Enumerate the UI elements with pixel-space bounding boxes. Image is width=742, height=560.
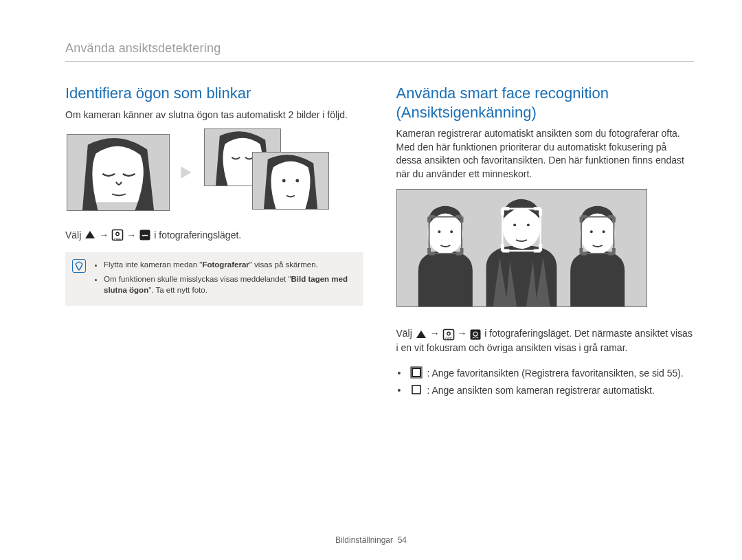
note2-pre: Om funktionen skulle misslyckas visas me… (104, 275, 291, 283)
svg-rect-29 (412, 385, 420, 394)
up-triangle-icon-2 (415, 328, 427, 341)
r-arrow-2: → (457, 328, 466, 339)
right-intro: Kameran registrerar automatiskt ansikten… (396, 127, 695, 181)
left-column: Identifiera ögon som blinkar Om kameran … (65, 84, 363, 401)
note1-pre: Flytta inte kameran medan " (104, 260, 202, 269)
arrow-sep: → (99, 229, 109, 240)
blink-mode-icon (139, 229, 151, 241)
note1-strong: Fotograferar (202, 260, 249, 269)
up-triangle-icon (84, 229, 96, 241)
group-photo (396, 189, 647, 307)
svg-point-16 (580, 214, 615, 254)
face-result-front (252, 152, 329, 210)
bullet-favorite: : Ange favoritansikten (Registrera favor… (409, 366, 695, 381)
r-instr-mid: i fotograferingsläget. Det närmaste ansi… (396, 328, 693, 353)
svg-text:OFF: OFF (445, 337, 452, 341)
auto-frame-icon (410, 383, 423, 396)
right-column: Använda smart face recognition (Ansiktsi… (396, 84, 695, 401)
note-item-2: Om funktionen skulle misslyckas visas me… (104, 273, 355, 296)
svg-rect-27 (412, 368, 420, 377)
svg-text:OFF: OFF (114, 237, 121, 241)
footer-section: Bildinställningar (335, 535, 393, 545)
bullet-auto: : Ange ansikten som kameran registrerar … (409, 383, 695, 398)
note-item-1: Flytta inte kameran medan "Fotograferar"… (104, 259, 355, 271)
svg-point-3 (282, 179, 286, 183)
left-heading: Identifiera ögon som blinkar (65, 84, 363, 103)
svg-point-4 (295, 179, 299, 183)
smart-face-icon (469, 328, 482, 341)
instr-suffix: i fotograferingsläget. (154, 229, 241, 240)
svg-point-10 (427, 214, 462, 254)
r-instr-prefix: Välj (396, 328, 412, 339)
svg-point-14 (513, 224, 516, 227)
face-off-icon-2: OFF (442, 328, 455, 341)
svg-point-15 (526, 224, 529, 227)
note2-post: ". Ta ett nytt foto. (148, 286, 207, 294)
r-arrow-1: → (430, 328, 440, 339)
right-heading: Använda smart face recognition (Ansiktsi… (396, 84, 695, 122)
svg-point-17 (589, 231, 592, 234)
arrow-right-icon (178, 164, 196, 181)
svg-rect-25 (471, 329, 481, 339)
note1-post: " visas på skärmen. (249, 260, 318, 269)
bullet2-text: : Ange ansikten som kameran registrerar … (427, 383, 654, 398)
breadcrumb: Använda ansiktsdetektering (65, 41, 694, 62)
left-instruction: Välj → OFF → i fotograferingsläget. (65, 229, 363, 241)
bullet1-text: : Ange favoritansikten (Registrera favor… (427, 366, 684, 381)
blink-figure (67, 128, 363, 216)
svg-point-12 (450, 231, 453, 234)
footer-page: 54 (398, 535, 407, 545)
face-pair (204, 128, 341, 216)
note-box: Flytta inte kameran medan "Fotograferar"… (65, 252, 363, 306)
right-instruction: Välj → OFF → i fotograferingsläget. Det … (396, 326, 695, 355)
svg-point-23 (447, 332, 449, 335)
page-footer: Bildinställningar 54 (0, 535, 742, 545)
favorite-frame-icon (410, 366, 423, 379)
svg-point-11 (438, 231, 440, 234)
face-closed-eyes (67, 134, 170, 211)
arrow-sep-2: → (126, 229, 136, 240)
face-off-icon: OFF (111, 229, 124, 241)
svg-point-18 (602, 231, 605, 234)
note-icon (72, 259, 86, 273)
svg-point-6 (116, 232, 119, 235)
left-intro: Om kameran känner av slutna ögon tas aut… (65, 109, 363, 122)
instr-prefix: Välj (65, 229, 81, 240)
right-bullets: : Ange favoritansikten (Registrera favor… (396, 366, 695, 398)
